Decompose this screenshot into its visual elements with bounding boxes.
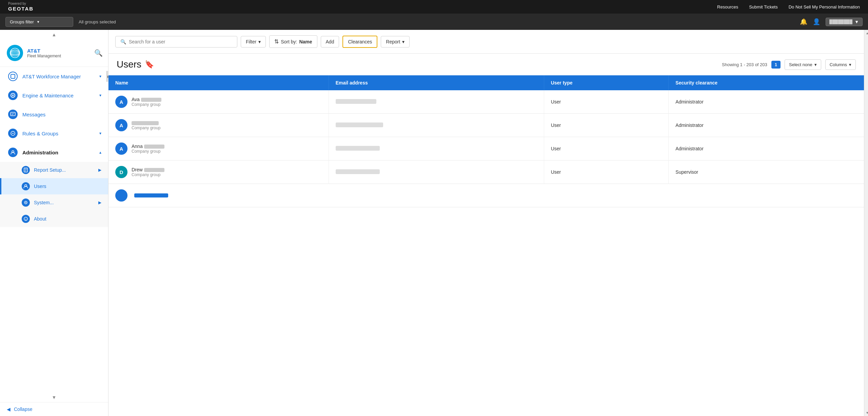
email-redacted [336,146,380,151]
columns-button[interactable]: Columns ▾ [825,59,856,70]
users-area: Users 🔖 Showing 1 - 203 of 203 1 Select … [108,54,864,416]
groups-filter-chevron-icon: ▼ [37,20,40,24]
groups-bar-right: 🔔 👤 ████████ ▼ [800,18,863,26]
filter-button[interactable]: Filter ▾ [241,36,266,48]
sidebar-collapse-row[interactable]: ◀ Collapse [0,402,108,416]
user-name-cell: D Drew Company group [108,160,329,184]
att-workforce-chevron-icon: ▾ [99,74,101,79]
user-name: Anna [132,144,164,149]
sort-label: Sort by: [281,39,297,44]
rules-groups-chevron-icon: ▾ [99,131,101,136]
report-button[interactable]: Report ▾ [381,36,410,48]
table-row[interactable]: D Drew Company group UserSupervisor [108,160,864,184]
messages-label: Messages [22,112,101,117]
sidebar-collapse-arrow[interactable]: ▶ [106,71,108,82]
select-none-button[interactable]: Select none ▾ [785,59,821,70]
clearances-label: Clearances [348,39,372,44]
administration-chevron-icon: ▴ [99,150,101,155]
notification-bell-icon[interactable]: 🔔 [800,18,807,25]
user-group: Company group [132,149,164,154]
avatar: A [115,143,127,155]
sidebar-scroll-down[interactable]: ▼ [0,393,108,402]
security-clearance-cell: Supervisor [669,160,864,184]
user-name [132,120,160,126]
administration-label: Administration [22,150,95,155]
col-name[interactable]: Name [108,75,329,90]
collapse-arrow-icon: ◀ [7,406,11,412]
table-row[interactable]: A Ava Company group UserAdministrator [108,90,864,114]
user-account-button[interactable]: ████████ ▼ [826,18,863,26]
report-setup-arrow-icon: ▶ [98,168,101,172]
add-button[interactable]: Add [321,36,339,48]
sidebar-scroll-up[interactable]: ▲ [0,30,108,39]
page-number-badge[interactable]: 1 [771,61,781,69]
col-user-type[interactable]: User type [544,75,669,90]
user-name-cell: A Company group [108,114,329,137]
scroll-track[interactable] [864,36,868,410]
right-scrollbar[interactable]: ▲ ▼ [864,30,868,416]
user-type-cell: User [544,160,669,184]
sidebar-item-administration[interactable]: Administration ▴ [0,143,108,162]
page-title: Users [117,59,141,70]
user-name: Ava [132,97,161,102]
sort-button[interactable]: ⇅ Sort by: Name [269,35,317,48]
powered-by-text: Powered by GEOTAB [8,2,34,12]
col-email[interactable]: Email address [329,75,544,90]
system-icon [22,198,30,207]
report-chevron-icon: ▾ [402,39,405,44]
engine-maintenance-chevron-icon: ▾ [99,93,101,98]
sidebar-item-messages[interactable]: Messages [0,105,108,124]
att-workforce-icon [8,72,18,81]
about-icon: i [22,215,30,223]
user-icon[interactable]: 👤 [813,18,820,25]
sidebar-header: AT&T Fleet Management 🔍 [0,39,108,67]
table-row[interactable]: A Company group UserAdministrator [108,114,864,137]
search-input[interactable] [129,39,232,44]
rules-groups-label: Rules & Groups [22,131,95,136]
sidebar-item-report-setup[interactable]: Report Setup... ▶ [0,162,108,178]
sidebar-item-system[interactable]: System... ▶ [0,194,108,211]
avatar: A [115,96,127,108]
users-table-body: A Ava Company group UserAdministrator A … [108,90,864,207]
table-header: Name Email address User type Security cl… [108,75,864,90]
partial-row-cell [108,184,864,207]
sidebar-item-about[interactable]: i About [0,211,108,227]
resources-link[interactable]: Resources [717,4,738,10]
svg-text:i: i [25,218,26,221]
scroll-up-arrow[interactable]: ▲ [864,30,868,36]
system-arrow-icon: ▶ [98,200,101,205]
report-setup-label: Report Setup... [34,167,66,173]
email-redacted [336,169,380,174]
table-row[interactable] [108,184,864,207]
security-clearance-cell: Administrator [669,114,864,137]
submit-tickets-link[interactable]: Submit Tickets [749,4,778,10]
clearances-button[interactable]: Clearances [342,36,377,48]
col-security-clearance[interactable]: Security clearance [669,75,864,90]
sidebar-item-engine-maintenance[interactable]: Engine & Maintenance ▾ [0,86,108,105]
svg-rect-5 [11,74,15,78]
filter-chevron-icon: ▾ [258,39,261,44]
groups-filter-bar: Groups filter ▼ All groups selected 🔔 👤 … [0,14,868,30]
bookmark-icon[interactable]: 🔖 [145,60,154,69]
search-box[interactable]: 🔍 [115,36,237,48]
sidebar-item-rules-groups[interactable]: Rules & Groups ▾ [0,124,108,143]
showing-text: Showing 1 - 203 of 203 [722,62,767,67]
scroll-down-arrow[interactable]: ▼ [864,410,868,416]
att-logo-svg [8,46,22,60]
do-not-sell-link[interactable]: Do Not Sell My Personal Information [789,4,860,10]
engine-maintenance-icon [8,91,18,100]
email-redacted [336,122,383,127]
sidebar-search-button[interactable]: 🔍 [94,49,103,57]
sidebar-item-users[interactable]: Users [0,178,108,194]
user-email-cell [329,137,544,160]
svg-rect-7 [11,112,15,116]
groups-filter-button[interactable]: Groups filter ▼ [5,17,73,27]
sort-value: Name [299,39,312,44]
account-chevron-icon: ▼ [854,19,859,24]
report-setup-icon [22,166,30,174]
user-email-cell [329,90,544,114]
sidebar-item-att-workforce[interactable]: AT&T Workforce Manager ▾ ▶ [0,67,108,86]
table-row[interactable]: A Anna Company group UserAdministrator [108,137,864,160]
user-group: Company group [132,102,161,107]
sidebar-nav: AT&T Workforce Manager ▾ ▶ Engine & Main… [0,67,108,393]
